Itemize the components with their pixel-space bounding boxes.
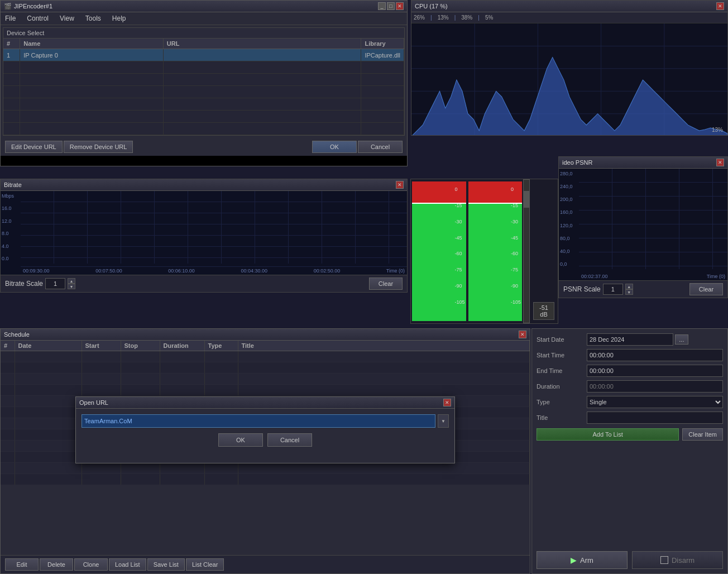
- psnr-close-btn[interactable]: ✕: [716, 159, 724, 166]
- url-input[interactable]: [82, 414, 435, 428]
- py40: 40,0: [560, 248, 578, 254]
- schedule-action-row: Add To List Clear Item: [537, 428, 723, 441]
- clear-item-button[interactable]: Clear Item: [682, 428, 723, 441]
- y0: 0.0: [2, 256, 20, 261]
- py280: 280,0: [560, 171, 578, 176]
- menu-tools[interactable]: Tools: [83, 13, 103, 23]
- psnr-xaxis: 00:02:37.00 Time (0): [579, 272, 727, 280]
- col-num: #: [3, 39, 20, 49]
- clone-button[interactable]: Clone: [74, 558, 108, 571]
- ok-button[interactable]: OK: [312, 141, 357, 153]
- table-row[interactable]: [1, 362, 530, 374]
- save-list-button[interactable]: Save List: [147, 558, 185, 571]
- bitrate-scale-label: Bitrate Scale: [5, 280, 43, 288]
- url-cancel-button[interactable]: Cancel: [267, 433, 312, 447]
- table-row[interactable]: [1, 474, 530, 485]
- title-label: Title: [537, 414, 587, 421]
- table-row[interactable]: [3, 74, 404, 86]
- psnr-spin-up[interactable]: ▲: [625, 284, 633, 289]
- bitrate-clear-button[interactable]: Clear: [369, 278, 403, 290]
- table-row[interactable]: [1, 463, 530, 474]
- menu-file[interactable]: File: [3, 13, 18, 23]
- minimize-btn[interactable]: _: [378, 2, 386, 10]
- cpu-title: CPU (17 %): [415, 3, 448, 9]
- col-url: URL: [163, 39, 361, 49]
- menu-view[interactable]: View: [58, 13, 76, 23]
- psnr-scale-input[interactable]: [603, 284, 623, 295]
- vu-scrollbar[interactable]: [523, 179, 530, 323]
- remove-device-url-button[interactable]: Remove Device URL: [64, 141, 133, 153]
- cpu-pct-1: 26%: [414, 15, 425, 21]
- start-time-input[interactable]: [587, 349, 723, 361]
- psnr-yaxis: 280,0 240,0 200,0 160,0 120,0 80,0 40,0 …: [559, 169, 579, 269]
- url-dropdown-btn[interactable]: ▼: [438, 414, 449, 428]
- py120: 120,0: [560, 223, 578, 228]
- duration-input[interactable]: [587, 380, 723, 393]
- table-row[interactable]: [1, 351, 530, 362]
- table-row[interactable]: [3, 61, 404, 74]
- url-ok-button[interactable]: OK: [218, 433, 263, 447]
- end-time-input[interactable]: [587, 365, 723, 377]
- title-input[interactable]: [587, 412, 723, 424]
- delete-button[interactable]: Delete: [40, 558, 73, 571]
- menu-control[interactable]: Control: [25, 13, 51, 23]
- bitrate-scale-spinner: ▲ ▼: [68, 278, 75, 289]
- start-date-input[interactable]: [587, 333, 673, 346]
- x5: 00:02:50.00: [314, 268, 341, 274]
- py240: 240,0: [560, 184, 578, 189]
- bitrate-titlebar: Bitrate ✕: [1, 179, 407, 191]
- py160: 160,0: [560, 209, 578, 215]
- y16: 16.0: [2, 205, 20, 211]
- bitrate-close-btn[interactable]: ✕: [396, 181, 404, 189]
- table-row[interactable]: 1 IP Capture 0 IPCapture.dll: [3, 49, 404, 61]
- psnr-spin-down[interactable]: ▼: [625, 289, 633, 295]
- table-row[interactable]: [1, 385, 530, 396]
- type-select[interactable]: Single: [587, 396, 723, 408]
- menu-help[interactable]: Help: [110, 13, 128, 23]
- type-label: Type: [537, 399, 587, 405]
- bitrate-chart: Mbps 16.0 12.0 8.0 4.0 0.0 00:09:30.00 0…: [1, 191, 407, 275]
- list-clear-button[interactable]: List Clear: [186, 558, 224, 571]
- maximize-btn[interactable]: □: [387, 2, 395, 10]
- load-list-button[interactable]: Load List: [109, 558, 146, 571]
- start-date-row: Start Date ...: [537, 333, 723, 346]
- close-btn[interactable]: ✕: [396, 2, 404, 10]
- table-row[interactable]: [3, 98, 404, 111]
- add-to-list-button[interactable]: Add To List: [537, 428, 679, 441]
- table-row[interactable]: [1, 374, 530, 385]
- psnr-titlebar: ideo PSNR ✕: [559, 157, 727, 169]
- psnr-x1: 00:02:37.00: [581, 274, 608, 279]
- edit-device-url-button[interactable]: Edit Device URL: [5, 141, 63, 153]
- open-url-dialog: Open URL ✕ ▼ OK Cancel: [75, 396, 455, 463]
- schedule-close-btn[interactable]: ✕: [519, 331, 526, 338]
- end-time-label: End Time: [537, 367, 587, 374]
- disarm-button[interactable]: Disarm: [632, 551, 723, 569]
- arm-button[interactable]: ▶ Arm: [537, 551, 628, 569]
- edit-button[interactable]: Edit: [5, 558, 39, 571]
- x-time: Time (0): [386, 268, 405, 274]
- table-row[interactable]: [3, 123, 404, 135]
- jip-titlebar: 🎬 JIPEncoder#1 _ □ ✕: [1, 1, 407, 12]
- url-dialog-close-btn[interactable]: ✕: [443, 399, 451, 406]
- psnr-clear-button[interactable]: Clear: [689, 283, 723, 295]
- jip-icon: 🎬: [4, 3, 12, 10]
- bitrate-scale-input[interactable]: [45, 278, 65, 289]
- type-row: Type Single: [537, 396, 723, 408]
- psnr-chart: 280,0 240,0 200,0 160,0 120,0 80,0 40,0 …: [559, 169, 727, 280]
- table-row[interactable]: [3, 111, 404, 123]
- psnr-window: ideo PSNR ✕ 280,0 240,0 200,0 160,0 120,…: [558, 156, 728, 298]
- duration-row: Duration: [537, 380, 723, 393]
- device-select-title: Device Select: [3, 28, 404, 39]
- bitrate-mbps-label: Mbps: [2, 193, 20, 199]
- date-picker-button[interactable]: ...: [675, 334, 688, 345]
- spin-up[interactable]: ▲: [68, 278, 75, 284]
- schedule-title: Schedule: [4, 331, 30, 338]
- cpu-close-btn[interactable]: ✕: [716, 2, 724, 10]
- spin-down[interactable]: ▼: [68, 284, 75, 289]
- device-select-panel: Device Select # Name URL Library 1 IP Ca…: [3, 27, 405, 136]
- table-row[interactable]: [3, 86, 404, 98]
- py200: 200,0: [560, 197, 578, 202]
- start-date-label: Start Date: [537, 336, 587, 343]
- device-table: # Name URL Library 1 IP Capture 0 IPCapt…: [3, 39, 404, 135]
- cancel-button[interactable]: Cancel: [358, 141, 403, 153]
